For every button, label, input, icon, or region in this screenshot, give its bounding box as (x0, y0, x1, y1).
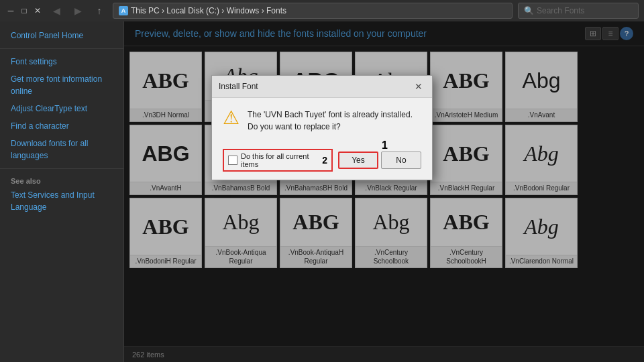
minimize-btn[interactable]: ─ (5, 5, 16, 16)
forward-button[interactable]: ▶ (70, 3, 86, 19)
sidebar-item-find-character[interactable]: Find a character (0, 117, 123, 135)
no-button[interactable]: No (381, 152, 421, 169)
warning-icon: ⚠ (223, 109, 239, 127)
modal-overlay: Install Font ✕ ⚠ The 'UVN Bach Tuyet' fo… (124, 21, 644, 362)
modal-footer: Do this for all current items 2 1 Yes No (212, 143, 432, 180)
sidebar-item-control-panel-home[interactable]: Control Panel Home (0, 27, 123, 44)
search-bar[interactable]: 🔍 Search Fonts (518, 3, 639, 19)
sidebar-divider-1 (0, 48, 123, 49)
maximize-btn[interactable]: □ (19, 5, 30, 16)
all-current-items-checkbox[interactable] (228, 156, 237, 165)
sidebar-item-get-more-font[interactable]: Get more font information online (0, 70, 123, 100)
address-path: This PC › Local Disk (C:) › Windows › Fo… (131, 6, 286, 15)
close-btn[interactable]: ✕ (32, 5, 43, 16)
back-button[interactable]: ◀ (48, 3, 64, 19)
sidebar-item-download-fonts[interactable]: Download fonts for all languages (0, 135, 123, 164)
modal-title-bar: Install Font ✕ (212, 76, 432, 98)
checkbox-area: Do this for all current items 2 (223, 149, 333, 172)
title-bar-controls: ─ □ ✕ (5, 5, 43, 16)
modal-title: Install Font (219, 82, 258, 91)
sidebar-divider-2 (0, 168, 123, 169)
sidebar-nav: Control Panel Home Font settings Get mor… (0, 21, 123, 362)
sidebar: Control Panel Home Font settings Get mor… (0, 21, 124, 362)
main-layout: Control Panel Home Font settings Get mor… (0, 21, 644, 362)
modal-body: ⚠ The 'UVN Bach Tuyet' font is already i… (212, 98, 432, 143)
content-area: Preview, delete, or show and hide the fo… (124, 21, 644, 362)
modal-message: The 'UVN Bach Tuyet' font is already ins… (248, 109, 421, 133)
badge-2: 2 (322, 155, 327, 166)
see-also-label: See also (0, 173, 123, 186)
yes-button[interactable]: Yes (338, 152, 378, 169)
modal-buttons: 1 Yes No (338, 152, 421, 169)
search-placeholder: Search Fonts (537, 6, 584, 15)
address-icon: A (119, 6, 128, 15)
modal-close-button[interactable]: ✕ (412, 80, 425, 93)
search-icon: 🔍 (524, 6, 534, 15)
address-bar[interactable]: A This PC › Local Disk (C:) › Windows › … (113, 3, 513, 19)
sidebar-item-text-services[interactable]: Text Services and Input Language (0, 186, 123, 216)
sidebar-item-adjust-cleartype[interactable]: Adjust ClearType text (0, 100, 123, 117)
sidebar-item-font-settings[interactable]: Font settings (0, 53, 123, 70)
badge-1: 1 (382, 139, 388, 152)
up-button[interactable]: ↑ (91, 3, 107, 19)
checkbox-label: Do this for all current items (241, 152, 316, 168)
title-bar: ─ □ ✕ ◀ ▶ ↑ A This PC › Local Disk (C:) … (0, 0, 644, 21)
install-font-modal: Install Font ✕ ⚠ The 'UVN Bach Tuyet' fo… (211, 75, 433, 180)
